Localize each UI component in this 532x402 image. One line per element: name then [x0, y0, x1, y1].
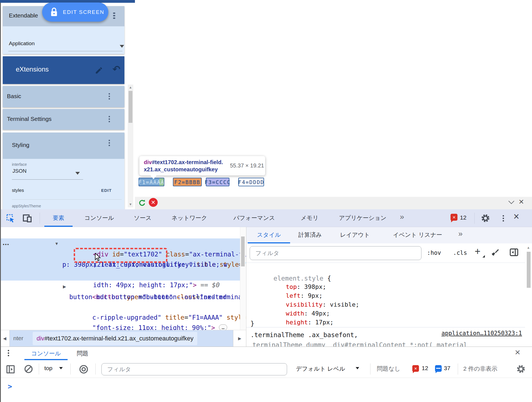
section-styling-menu-icon[interactable]: [109, 140, 110, 146]
tab-elements[interactable]: 要素: [44, 214, 73, 222]
fkey-button-f2[interactable]: F2=BBBB: [173, 178, 202, 186]
tab-memory-label: メモリ: [301, 215, 318, 221]
clear-console-icon[interactable]: [24, 364, 33, 375]
device-toolbar-icon[interactable]: [22, 213, 33, 224]
reload-icon[interactable]: [138, 199, 147, 208]
fkey-button-f4[interactable]: F4=DDDD: [238, 178, 264, 186]
css-prop-value[interactable]: visible;: [330, 301, 359, 308]
expand-dots-pill[interactable]: …: [219, 324, 227, 330]
edit-screen-button[interactable]: EDIT SCREEN: [42, 2, 108, 22]
drawer-tab-console[interactable]: コンソール: [24, 350, 68, 357]
log-level-select[interactable]: デフォルト レベル: [296, 365, 345, 373]
fkey-button-f3[interactable]: F3=CCCC: [206, 178, 229, 186]
section-styling-header[interactable]: Styling: [3, 133, 124, 159]
tab-styles[interactable]: スタイル: [248, 231, 290, 239]
preview-close-icon[interactable]: ×: [519, 197, 524, 207]
new-style-rule-icon[interactable]: +: [475, 246, 480, 257]
styles-filter-input[interactable]: [250, 246, 421, 260]
tab-styles-label: スタイル: [257, 231, 281, 238]
elements-scrollbar-thumb[interactable]: [241, 236, 245, 266]
hidden-messages-label[interactable]: 2 件の非表示: [463, 365, 497, 373]
tab-memory[interactable]: メモリ: [290, 214, 330, 222]
application-select-underline: [8, 51, 122, 51]
tab-layout[interactable]: レイアウト: [334, 231, 375, 239]
devtools-menu-icon[interactable]: [503, 215, 504, 222]
devtools-close-icon[interactable]: ×: [513, 211, 519, 222]
breadcrumb-scroll-left-button[interactable]: ◀: [0, 330, 10, 347]
console-output-area[interactable]: >: [0, 378, 532, 402]
tab-performance[interactable]: パフォーマンス: [222, 214, 287, 222]
breadcrumb-scroll-right-button[interactable]: ▶: [233, 330, 246, 347]
inspect-tooltip: div#text1702.ax-terminal-field. x21.ax_c…: [139, 156, 265, 175]
error-badge-icon[interactable]: ✕: [451, 214, 457, 221]
elements-scrollbar[interactable]: [240, 227, 245, 330]
log-level-caret-icon[interactable]: [356, 367, 359, 369]
section-terminal-menu-icon[interactable]: [109, 116, 110, 122]
context-select-caret-icon[interactable]: [59, 367, 63, 369]
lock-icon: [49, 7, 59, 17]
console-prompt[interactable]: >: [8, 382, 12, 391]
styles-scrollbar[interactable]: ▲: [525, 243, 532, 347]
tab-computed[interactable]: 計算済み: [293, 231, 327, 239]
fkey-f4-label: F4=DDDD: [238, 179, 264, 185]
breadcrumb-selected-item[interactable]: div#text1702.ax-terminal-field.x21.ax_cu…: [33, 332, 197, 345]
stop-icon[interactable]: ✕: [149, 198, 158, 207]
drawer-menu-icon[interactable]: [8, 350, 9, 356]
row-actions-dots[interactable]: •••: [3, 242, 9, 247]
stylesheet-link[interactable]: application…110250323:1: [441, 330, 522, 337]
tab-console[interactable]: コンソール: [75, 214, 124, 222]
console-settings-gear-icon[interactable]: [516, 364, 526, 375]
toggle-sidebar-icon[interactable]: [509, 247, 519, 258]
application-select-caret-icon[interactable]: [120, 45, 124, 48]
styles-edit-button[interactable]: EDIT: [101, 188, 112, 193]
interface-field-value[interactable]: JSON: [12, 168, 27, 174]
edit-pencil-icon[interactable]: [95, 66, 103, 76]
dock-chevron-icon[interactable]: [508, 198, 514, 204]
context-select-value[interactable]: top: [44, 365, 52, 372]
tab-sources[interactable]: ソース: [126, 214, 159, 222]
settings-gear-icon[interactable]: [480, 213, 490, 224]
no-issues-label[interactable]: 問題なし: [377, 365, 400, 373]
sidebar-more-tabs-icon[interactable]: »: [458, 229, 463, 238]
section-card-basic[interactable]: Basic: [3, 86, 124, 107]
interface-select-caret-icon[interactable]: [75, 172, 80, 175]
drawer-close-icon[interactable]: ×: [515, 347, 520, 358]
css-rule-selector[interactable]: .terminalTheme .ax_basefont,: [250, 330, 358, 340]
tab-network[interactable]: ネットワーク: [162, 214, 217, 222]
tab-event-listeners[interactable]: イベント リスナー: [385, 231, 450, 239]
console-sidebar-icon[interactable]: [6, 364, 15, 375]
css-prop-value[interactable]: 17px;: [315, 319, 333, 326]
application-select-label[interactable]: Application: [9, 40, 35, 47]
collapse-triangle-icon[interactable]: ▼: [55, 241, 59, 246]
paintbrush-icon[interactable]: [490, 247, 500, 258]
more-tabs-icon[interactable]: »: [400, 212, 404, 221]
scrollbar-thumb[interactable]: [129, 91, 132, 123]
breadcrumb-prev-item[interactable]: nter: [13, 335, 23, 342]
drawer-tab-issues-label: 問題: [77, 350, 88, 357]
scrollbar-up-icon[interactable]: ▲: [129, 85, 132, 89]
css-rule-selector-clipped[interactable]: terminalTheme dummy div#terminalContent …: [252, 340, 467, 347]
styles-scrollbar-thumb[interactable]: [527, 252, 531, 288]
cls-toggle[interactable]: .cls: [453, 250, 467, 256]
section-card-terminal-settings[interactable]: Terminal Settings: [3, 109, 124, 130]
hov-toggle[interactable]: :hov: [427, 250, 441, 256]
extendable-overflow-icon[interactable]: [113, 12, 114, 19]
console-error-badge-icon: ✕: [412, 365, 419, 372]
extensions-scrollbar[interactable]: ▲ ▼: [128, 85, 133, 207]
drawer-tab-issues[interactable]: 問題: [71, 350, 94, 357]
breadcrumb-bar: ◀ nter div#text1702.ax-terminal-field.x2…: [0, 330, 246, 347]
preview-toolbar: ✕ ×: [135, 197, 532, 209]
css-prop-name[interactable]: height: [286, 319, 308, 326]
inspect-element-icon[interactable]: [6, 213, 16, 224]
expand-triangle-icon[interactable]: ▶: [63, 284, 66, 289]
section-basic-menu-icon[interactable]: [109, 93, 110, 100]
tab-application[interactable]: アプリケーション: [332, 214, 393, 222]
styles-scrollbar-up-icon[interactable]: ▲: [527, 246, 530, 250]
scrollbar-down-icon[interactable]: ▼: [129, 202, 132, 206]
undo-icon[interactable]: ↶: [112, 63, 121, 75]
extendable-title: Extendable: [9, 12, 38, 19]
new-style-rule-caret: [482, 255, 485, 258]
app-styles-theme-label: appStylesTheme: [12, 204, 41, 208]
console-filter-input[interactable]: [101, 363, 287, 375]
live-expression-eye-icon[interactable]: [79, 364, 89, 375]
